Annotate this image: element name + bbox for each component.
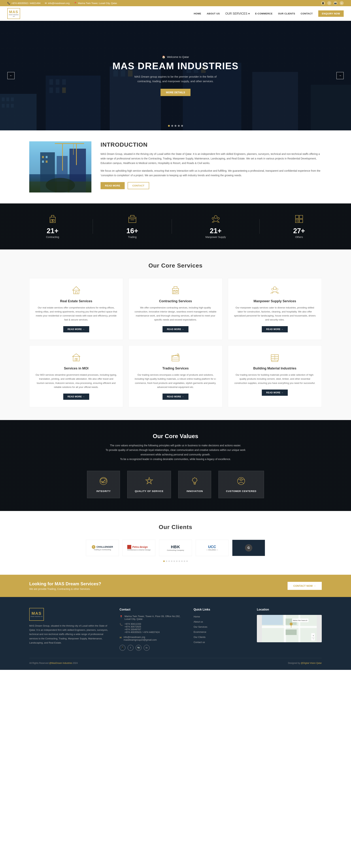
svg-point-47 — [217, 217, 220, 219]
facebook-icon[interactable]: f — [327, 1, 331, 5]
cta-contact-button[interactable]: CONTACT NOW → — [288, 582, 322, 590]
nav-home[interactable]: HOME — [194, 12, 201, 15]
footer-link-about[interactable]: About us — [194, 620, 248, 623]
values-title: Our Core Values — [29, 433, 322, 440]
clients-dot-7[interactable] — [179, 560, 180, 562]
hero-dot-2[interactable] — [171, 125, 173, 127]
value-integrity-icon — [94, 476, 112, 487]
email-icon: ✉ — [45, 2, 47, 5]
contact-button[interactable]: CONTACT — [127, 182, 149, 189]
nav-about[interactable]: ABOUT US — [207, 12, 220, 15]
service-real-estate: Real Estate Services Our real estate ser… — [29, 278, 123, 340]
footer-link-ecommerce[interactable]: Ecommerce — [194, 630, 248, 633]
footer-link-contact[interactable]: Contact us — [194, 641, 248, 644]
clients-dot-5[interactable] — [174, 560, 175, 562]
clients-pagination — [29, 560, 322, 562]
clients-dot-4[interactable] — [171, 560, 172, 562]
footer-brand-link[interactable]: @MasDream Industries — [49, 662, 72, 664]
clients-dot-2[interactable] — [166, 560, 167, 562]
nav-services[interactable]: OUR SERVICES ▾ — [226, 12, 250, 16]
hero-next-arrow[interactable]: → — [337, 72, 344, 79]
footer-whatsapp-icon[interactable]: 📱 — [120, 645, 125, 651]
service-building-material-btn[interactable]: Read More → — [262, 390, 288, 396]
petra-logo-mark — [127, 545, 131, 549]
nav-ecommerce[interactable]: E-COMMERCE — [255, 12, 272, 15]
value-quality: QUALITY OF SERVICE — [127, 471, 171, 498]
instagram-icon[interactable]: 📷 — [333, 1, 338, 5]
svg-text:Marina Twin Towers B: Marina Twin Towers B — [293, 620, 307, 621]
value-innovation-label: INNOVATION — [186, 490, 204, 493]
footer-links-title: Quick Links — [194, 608, 248, 611]
nav-contact[interactable]: CONTACT — [301, 12, 313, 15]
enquiry-button[interactable]: ENQUIRY NOW — [318, 10, 344, 17]
svg-rect-7 — [46, 75, 100, 130]
service-manpower-icon — [234, 286, 316, 297]
clients-dot-3[interactable] — [168, 560, 170, 562]
svg-line-87 — [193, 478, 193, 479]
client-ucc: UCC — HOLDING — — [196, 540, 229, 556]
svg-point-46 — [212, 217, 214, 219]
service-trading-btn[interactable]: Read More → — [163, 394, 188, 400]
service-real-estate-icon — [35, 286, 117, 297]
linkedin-icon[interactable]: in — [340, 1, 344, 5]
hero-section: ← 🏠 Welcome to Qatar MAS DREAM INDUSTRIE… — [0, 21, 351, 130]
footer-map: Marina Twin Towers B + − — [257, 615, 322, 642]
stat-trading-icon — [126, 214, 138, 225]
footer-address: 📍 Marina Twin Tower, Tower A, Floor 09, … — [120, 615, 184, 620]
values-description: The core values emphasizing the followin… — [103, 443, 248, 462]
service-trading-desc: Our trading services encompass a wide ra… — [134, 373, 216, 389]
svg-text:%: % — [177, 354, 179, 355]
footer-instagram-icon[interactable]: 📷 — [136, 645, 142, 651]
values-grid: INTEGRITY QUALITY OF SERVICE — [29, 471, 322, 498]
client-hbk: HBK Contracting Company — [159, 540, 192, 556]
footer-facebook-icon[interactable]: f — [127, 645, 134, 651]
svg-rect-3 — [11, 97, 14, 101]
hero-dot-1[interactable] — [168, 125, 170, 127]
svg-marker-80 — [146, 477, 153, 484]
hero-dot-3[interactable] — [175, 125, 176, 127]
stat-manpower: 21+ Manpower Supply — [205, 214, 226, 239]
svg-rect-48 — [295, 215, 299, 219]
clients-dot-1[interactable] — [163, 560, 165, 562]
service-real-estate-btn[interactable]: Read More → — [63, 326, 89, 332]
svg-rect-10 — [62, 79, 66, 85]
hero-prev-arrow[interactable]: ← — [7, 72, 14, 79]
hero-dots — [168, 125, 183, 127]
service-manpower-btn[interactable]: Read More → — [262, 326, 288, 332]
whatsapp-icon[interactable]: 📱 — [321, 1, 325, 5]
hero-more-details-button[interactable]: More Details — [160, 89, 191, 96]
logo-text-sub: Dream Industries Ltd — [8, 14, 19, 17]
clients-dot-6[interactable] — [176, 560, 177, 562]
svg-point-63 — [271, 288, 273, 290]
nav-clients[interactable]: OUR CLIENTS — [278, 12, 295, 15]
clients-dot-10[interactable] — [186, 560, 188, 562]
service-real-estate-desc: Our real estate services offer comprehen… — [35, 306, 117, 322]
footer-links-col: Quick Links Home About us Our Services E… — [194, 608, 248, 651]
footer-social-links: 📱 f 📷 in — [120, 645, 184, 651]
footer-location-col: Location — [257, 608, 322, 651]
footer-link-services[interactable]: Our Services — [194, 625, 248, 628]
svg-rect-30 — [42, 160, 44, 163]
svg-rect-8 — [49, 79, 53, 85]
hero-dot-4[interactable] — [178, 125, 180, 127]
footer-links-list: Home About us Our Services Ecommerce Our… — [194, 615, 248, 644]
hero-dot-5[interactable] — [181, 125, 183, 127]
clients-dot-9[interactable] — [184, 560, 185, 562]
hero-description: MAS Dream group aspires to be the premie… — [130, 74, 221, 84]
services-grid: Real Estate Services Our real estate ser… — [29, 278, 322, 407]
footer-link-home[interactable]: Home — [194, 615, 248, 618]
svg-rect-0 — [0, 94, 36, 130]
service-moi-title: Services in MOI — [35, 367, 117, 370]
footer-designer-link[interactable]: @Digital Vision Qatar — [301, 662, 322, 664]
footer-linkedin-icon[interactable]: in — [144, 645, 150, 651]
ucc-sub: — HOLDING — — [206, 549, 218, 551]
navbar: MAS Dream Industries Ltd HOME ABOUT US O… — [0, 6, 351, 21]
footer-link-clients[interactable]: Our Clients — [194, 636, 248, 639]
location-icon: 📍 — [74, 2, 77, 5]
clients-dot-8[interactable] — [181, 560, 183, 562]
read-more-button[interactable]: READ MORE — [100, 182, 125, 189]
value-innovation: INNOVATION — [178, 471, 211, 498]
service-contracting-btn[interactable]: Read More → — [163, 326, 188, 332]
service-moi-btn[interactable]: Read More → — [63, 394, 89, 400]
service-contracting-desc: We offer comprehensive contracting servi… — [134, 306, 216, 322]
